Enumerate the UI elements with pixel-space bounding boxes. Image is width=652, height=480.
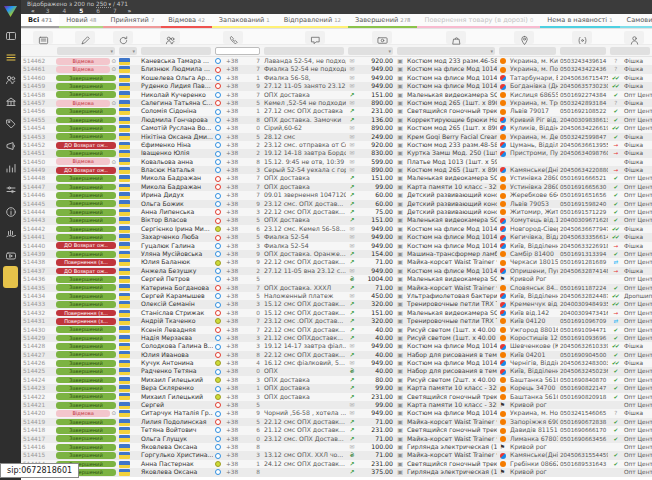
table-row[interactable]: 514441ЗавершенийЗахарченко Люба+385Фиалк… bbox=[21, 233, 652, 241]
table-row[interactable]: 514445ЗавершенийОльга Божик+38923.12 смс… bbox=[21, 200, 652, 208]
table-row[interactable]: 514430ЗавершенийКсенія Левадняя+38722.12… bbox=[21, 326, 652, 334]
table-row[interactable]: 514437ДО Возврат ож..Анжела Безушку+3822… bbox=[21, 267, 652, 275]
info-icon[interactable] bbox=[0, 198, 21, 220]
table-row[interactable]: 514461Відмова⊙Близнюк Людмила ...+387Фиа… bbox=[21, 65, 652, 73]
sidebar-badge[interactable] bbox=[3, 266, 18, 288]
bank-icon[interactable] bbox=[0, 88, 21, 110]
table-row[interactable]: 514457Відмова⊙Салегина Татьяна С...+385К… bbox=[21, 99, 652, 107]
table-row[interactable]: 514456ЗавершенийСоломія Сідоніна+38127.1… bbox=[21, 107, 652, 115]
tab-Завершений[interactable]: Завершений278 bbox=[348, 14, 418, 28]
table-row[interactable]: 514413ЗавершенийЯковлева Оксана+388↗375.… bbox=[21, 468, 652, 476]
table-row[interactable]: 514455ЗавершенийЛюдмила Гончарова+388ОПХ… bbox=[21, 116, 652, 124]
status-badge: Завершений bbox=[56, 368, 116, 375]
video-icon[interactable] bbox=[0, 242, 21, 264]
orders-list-icon[interactable] bbox=[0, 44, 21, 66]
product: Светящийся гоночный трек Ма... bbox=[405, 460, 497, 468]
sip-call-indicator[interactable]: sip:0672818601 bbox=[0, 463, 79, 478]
table-row[interactable]: 514460ЗавершенийКошелева Ольга Ар...+381… bbox=[21, 74, 652, 82]
manager-icon[interactable] bbox=[624, 31, 644, 44]
table-row[interactable]: 514436ЗавершенийСергей Петров+385₴1004.0… bbox=[21, 275, 652, 283]
table-row[interactable]: 514458ЗавершенийНиколай Кучеренко+387ОПХ… bbox=[21, 91, 652, 99]
table-row[interactable]: 514449ДО Возврат ож..Власюк Наталья+383С… bbox=[21, 166, 652, 174]
table-row[interactable]: 514420Відмова⊙Ситарчук Наталія Гр...+389… bbox=[21, 409, 652, 417]
tab-Прийнятий[interactable]: Прийнятий7 bbox=[103, 14, 161, 28]
comment-icon[interactable] bbox=[305, 31, 325, 44]
table-row[interactable]: 514440ДО Возврат ож..Гуцалюк Галина+383Ф… bbox=[21, 242, 652, 250]
phone-filter-input[interactable] bbox=[215, 47, 260, 55]
tab-Відмова[interactable]: Відмова42 bbox=[161, 14, 212, 28]
table-row[interactable]: 514446ЗавершенийИрина Дидух+38709.01 зве… bbox=[21, 191, 652, 199]
table-row[interactable]: 514417ЗавершенийОльга Глущук+38023.12 см… bbox=[21, 435, 652, 443]
products-icon[interactable] bbox=[446, 31, 466, 44]
table-row[interactable]: 514422ЗавершенийМихаил Гилецький+383ОПХ … bbox=[21, 393, 652, 401]
table-row[interactable]: 514418ЗавершенийТетяна Войтович+38621.12… bbox=[21, 426, 652, 434]
table-row[interactable]: 514426ЗавершенийКучук Антонина+38416.12 … bbox=[21, 359, 652, 367]
table-row[interactable]: 514425ЗавершенийРадченко Тетяна+380ОПХ₴4… bbox=[21, 367, 652, 375]
table-row[interactable]: 514450Відмова⊙Ковальова анна+38815.12. 9… bbox=[21, 158, 652, 166]
rows-icon[interactable] bbox=[33, 31, 53, 44]
product-filter[interactable]: ▾ bbox=[397, 47, 495, 55]
name-filter[interactable] bbox=[141, 47, 211, 55]
table-row[interactable]: 514427ЗавершенийЮлия Иванова+38822.12 см… bbox=[21, 351, 652, 359]
tab-Повернення товару (в дорозі)[interactable]: Повернення товару (в дорозі)0 bbox=[417, 14, 540, 28]
table-row[interactable]: 514453ЗавершенийНікітіна Оксана Дми...+3… bbox=[21, 133, 652, 141]
tab-Всі[interactable]: Всі471 bbox=[21, 14, 59, 28]
table-row[interactable]: 514432Повернення (з...Станіслав Стрижак+… bbox=[21, 309, 652, 317]
status-edit-icon[interactable] bbox=[75, 31, 95, 44]
refresh-icon[interactable] bbox=[113, 31, 133, 44]
order-source: Опт Центр bbox=[622, 309, 652, 317]
table-row[interactable]: 514462Відмова⊙Каневська Тамара ...+387Ла… bbox=[21, 57, 652, 65]
location-icon[interactable] bbox=[514, 31, 534, 44]
money-icon[interactable] bbox=[372, 31, 392, 44]
tab-Нема в наявності[interactable]: Нема в наявності1 bbox=[540, 14, 619, 28]
delivery-service-icon bbox=[497, 435, 508, 443]
source-filter[interactable] bbox=[610, 47, 650, 55]
price-filter[interactable]: ▾ bbox=[348, 47, 393, 55]
table-row[interactable]: 514423ЗавершенийВера Скляренко+381ОПХ до… bbox=[21, 384, 652, 392]
phone-icon[interactable] bbox=[223, 31, 243, 44]
status-filter[interactable]: ▾ bbox=[57, 47, 115, 55]
stats-icon[interactable] bbox=[0, 154, 21, 176]
table-row[interactable]: 514419ЗавершенийЛилия Подолинская+38522.… bbox=[21, 418, 652, 426]
tab-Самовивіз[interactable]: Самовивіз2 bbox=[620, 14, 652, 28]
table-row[interactable]: 514447ЗавершенийМикола Бадражан+387ОПХ д… bbox=[21, 183, 652, 191]
table-row[interactable]: 514424ЗавершенийМихаил Гилецький+383ОПХ … bbox=[21, 376, 652, 384]
address-filter[interactable] bbox=[499, 47, 556, 55]
tag-icon[interactable] bbox=[0, 110, 21, 132]
hand-icon[interactable] bbox=[0, 220, 21, 242]
table-row[interactable]: 514416ЗавершенийЯковлева Оксана+388✉100.… bbox=[21, 443, 652, 451]
table-row[interactable]: 514438Повернення (з...Юлия Баланюк+38922… bbox=[21, 258, 652, 266]
table-row[interactable]: 514414ЗавершенийАнна Пастернак+38124.12 … bbox=[21, 460, 652, 468]
table-row[interactable]: 514459ЗавершенийРуденко Лидия Пав...+389… bbox=[21, 82, 652, 90]
panel-icon[interactable] bbox=[0, 22, 21, 44]
clients-icon[interactable] bbox=[0, 66, 21, 88]
table-row[interactable]: 514439ЗавершенийУляна Мусійовська+389ОПХ… bbox=[21, 250, 652, 258]
table-row[interactable]: 514448ЗавершенийМикола Бадражан+387ОПХ д… bbox=[21, 174, 652, 182]
table-row[interactable]: 514443ЗавершенийВіктор Власов+385ОПХ дос… bbox=[21, 216, 652, 224]
tab-Відправлений[interactable]: Відправлений12 bbox=[277, 14, 348, 28]
table-row[interactable]: 514429ЗавершенийНадія Мерзаєва+38321.12 … bbox=[21, 334, 652, 342]
table-row[interactable]: 514452ДО Возврат ож..Єфименко Ніна+38223… bbox=[21, 141, 652, 149]
table-row[interactable]: 514415ЗавершенийГоргулько Христина...+38… bbox=[21, 451, 652, 459]
table-row[interactable]: 514433ЗавершенийОлексій Семанін+38315.12… bbox=[21, 300, 652, 308]
table-row[interactable]: 514431Повернення (з...Андрій Ткаченко+38… bbox=[21, 317, 652, 325]
sliders-icon[interactable] bbox=[0, 176, 21, 198]
table-row[interactable]: 514444ЗавершенийАнна Липенська+38322.12 … bbox=[21, 208, 652, 216]
table-row[interactable]: 514428ЗавершенийСолодкова Галина В...+38… bbox=[21, 342, 652, 350]
table-row[interactable]: 514421ЗавершенийСергей+385✉99.00▣Карта п… bbox=[21, 401, 652, 409]
ttn-filter[interactable] bbox=[560, 47, 606, 55]
flag-filter[interactable]: ▾ bbox=[119, 47, 137, 55]
tab-Новий[interactable]: Новий48 bbox=[59, 14, 103, 28]
app-logo[interactable] bbox=[3, 3, 18, 16]
comment-filter[interactable] bbox=[264, 47, 344, 55]
table-row[interactable]: 514434ЗавершенийСергей Карамышев+385Нало… bbox=[21, 292, 652, 300]
table-row[interactable]: 514442ЗавершенийСергієнко Ірина Ми...+38… bbox=[21, 225, 652, 233]
table-row[interactable]: 514451ЗавершенийІващенко Юлія+38219.12 1… bbox=[21, 149, 652, 157]
contact-channel-cell bbox=[213, 133, 224, 141]
clients-icon[interactable] bbox=[160, 31, 180, 44]
table-row[interactable]: 514454ЗавершенийСамотій Руслана Во...+38… bbox=[21, 124, 652, 132]
megaphone-icon[interactable] bbox=[0, 132, 21, 154]
table-row[interactable]: 514435ЗавершенийКатерина Богданова+387ОП… bbox=[21, 284, 652, 292]
tab-Запакований[interactable]: Запакований1 bbox=[212, 14, 277, 28]
tracking-icon[interactable] bbox=[572, 31, 592, 44]
